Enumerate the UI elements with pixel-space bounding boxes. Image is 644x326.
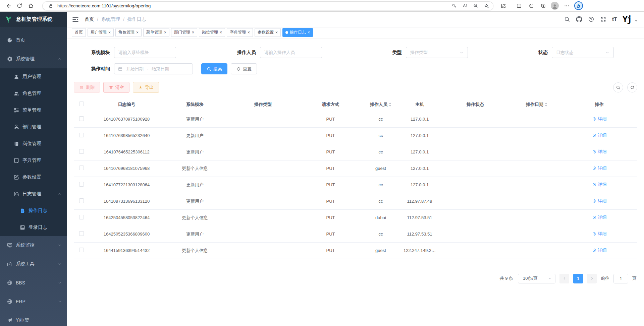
tab-dict-mgmt[interactable]: 字典管理× bbox=[227, 28, 253, 37]
tab-role-mgmt[interactable]: 角色管理× bbox=[115, 28, 142, 37]
text-size-icon[interactable]: tT bbox=[612, 16, 617, 23]
detail-link[interactable]: 详细 bbox=[592, 198, 607, 204]
row-checkbox[interactable] bbox=[79, 133, 84, 137]
row-checkbox[interactable] bbox=[79, 215, 84, 219]
operator-input[interactable]: 请输入操作人员 bbox=[260, 47, 322, 58]
back-icon[interactable] bbox=[3, 1, 13, 10]
search-button[interactable]: 搜索 bbox=[201, 63, 227, 74]
detail-link[interactable]: 详细 bbox=[592, 247, 607, 253]
refresh-table-button[interactable] bbox=[627, 82, 637, 92]
detail-link[interactable]: 详细 bbox=[592, 149, 607, 155]
close-icon[interactable]: × bbox=[164, 30, 166, 35]
sidebar-item-oper-log[interactable]: 操作日志 bbox=[0, 202, 67, 219]
sort-carets-icon[interactable] bbox=[545, 103, 547, 107]
row-checkbox[interactable] bbox=[79, 248, 84, 252]
reset-button[interactable]: 重置 bbox=[231, 63, 257, 74]
read-aloud-icon[interactable] bbox=[461, 2, 469, 10]
detail-link[interactable]: 详细 bbox=[592, 132, 607, 138]
search-icon[interactable] bbox=[564, 16, 570, 22]
tab-oper-log[interactable]: 操作日志× bbox=[282, 28, 313, 37]
row-checkbox[interactable] bbox=[79, 166, 84, 170]
delete-button[interactable]: 删除 bbox=[74, 82, 100, 93]
sidebar-item-dept-mgmt[interactable]: 部门管理 bbox=[0, 119, 67, 135]
detail-link[interactable]: 详细 bbox=[592, 165, 607, 171]
row-checkbox[interactable] bbox=[79, 231, 84, 236]
sidebar-item-home[interactable]: 首页 bbox=[0, 31, 67, 50]
close-icon[interactable]: × bbox=[108, 30, 111, 35]
toggle-search-button[interactable] bbox=[613, 82, 623, 92]
sidebar-item-yi-framework[interactable]: Yi框架 bbox=[0, 311, 67, 326]
sidebar-item-dict-mgmt[interactable]: 字典管理 bbox=[0, 152, 67, 169]
close-icon[interactable]: × bbox=[275, 30, 278, 35]
column-header-operator[interactable]: 操作人员 bbox=[361, 98, 401, 111]
more-menu-icon[interactable] bbox=[562, 1, 571, 10]
close-icon[interactable]: × bbox=[136, 30, 139, 35]
row-checkbox[interactable] bbox=[79, 149, 84, 154]
status-select[interactable]: 日志状态 bbox=[552, 47, 614, 58]
fullscreen-icon[interactable] bbox=[600, 16, 606, 22]
bing-chat-icon[interactable]: b bbox=[574, 1, 583, 10]
tab-post-mgmt[interactable]: 岗位管理× bbox=[199, 28, 225, 37]
date-range-input[interactable]: 开始日期 - 结束日期 bbox=[114, 63, 193, 74]
help-icon[interactable] bbox=[588, 16, 594, 22]
sidebar-item-login-log[interactable]: 登录日志 bbox=[0, 219, 67, 236]
detail-link[interactable]: 详细 bbox=[592, 182, 607, 188]
next-page-button[interactable] bbox=[587, 274, 597, 283]
sidebar-item-param-settings[interactable]: 参数设置 bbox=[0, 169, 67, 186]
sidebar-item-role-mgmt[interactable]: 角色管理 bbox=[0, 85, 67, 102]
goto-page-input[interactable] bbox=[613, 274, 628, 283]
detail-link[interactable]: 详细 bbox=[592, 231, 607, 237]
zoom-out-icon[interactable] bbox=[472, 2, 480, 10]
split-screen-icon[interactable] bbox=[515, 1, 523, 10]
select-all-checkbox[interactable] bbox=[79, 102, 84, 106]
tab-home[interactable]: 首页 bbox=[72, 28, 86, 37]
address-bar[interactable]: https://ccnetcore.com:1101/system/log/op… bbox=[42, 1, 493, 10]
export-button[interactable]: 导出 bbox=[133, 82, 159, 93]
sidebar-item-bbs[interactable]: BBS bbox=[0, 273, 67, 292]
tab-user-mgmt[interactable]: 用户管理× bbox=[88, 28, 114, 37]
user-logo[interactable]: Yj bbox=[623, 14, 631, 24]
detail-link[interactable]: 详细 bbox=[592, 116, 607, 122]
close-icon[interactable]: × bbox=[308, 30, 310, 35]
sidebar-item-post-mgmt[interactable]: 岗位管理 bbox=[0, 135, 67, 152]
password-key-icon[interactable] bbox=[450, 2, 458, 10]
breadcrumb-home[interactable]: 首页 bbox=[85, 16, 94, 22]
type-select[interactable]: 操作类型 bbox=[406, 47, 468, 58]
sidebar-item-system-tools[interactable]: 系统工具 bbox=[0, 255, 67, 273]
prev-page-button[interactable] bbox=[559, 274, 569, 283]
collections-icon[interactable] bbox=[539, 1, 547, 10]
clear-button[interactable]: 清空 bbox=[103, 82, 129, 93]
collapse-sidebar-icon[interactable] bbox=[72, 16, 79, 23]
profile-avatar[interactable] bbox=[551, 2, 559, 10]
module-input[interactable]: 请输入系统模块 bbox=[114, 47, 176, 58]
page-size-select[interactable]: 10条/页 bbox=[518, 274, 555, 283]
tab-param-settings[interactable]: 参数设置× bbox=[255, 28, 281, 37]
chevron-down-icon[interactable] bbox=[634, 19, 638, 23]
sidebar-item-system-mgmt[interactable]: 系统管理 bbox=[0, 50, 67, 68]
current-page-button[interactable]: 1 bbox=[573, 274, 583, 283]
sidebar-item-menu-mgmt[interactable]: 菜单管理 bbox=[0, 102, 67, 119]
sidebar-item-log-mgmt[interactable]: 日志管理 bbox=[0, 186, 67, 202]
github-icon[interactable] bbox=[576, 16, 582, 22]
app-logo[interactable]: 意框架管理系统 bbox=[0, 12, 67, 27]
detail-link[interactable]: 详细 bbox=[592, 214, 607, 220]
close-icon[interactable]: × bbox=[192, 30, 194, 35]
tab-menu-mgmt[interactable]: 菜单管理× bbox=[143, 28, 169, 37]
row-checkbox[interactable] bbox=[79, 198, 84, 203]
row-checkbox[interactable] bbox=[79, 182, 84, 187]
extensions-icon[interactable] bbox=[499, 1, 507, 10]
close-icon[interactable]: × bbox=[220, 30, 222, 35]
sidebar-item-system-monitor[interactable]: 系统监控 bbox=[0, 236, 67, 255]
refresh-icon[interactable] bbox=[15, 1, 24, 10]
column-header-date[interactable]: 操作日期 bbox=[512, 98, 561, 111]
sidebar-item-erp[interactable]: ERP bbox=[0, 292, 67, 311]
row-checkbox[interactable] bbox=[79, 116, 84, 121]
add-favorite-star-icon[interactable] bbox=[482, 2, 490, 10]
tab-dept-mgmt[interactable]: 部门管理× bbox=[171, 28, 197, 37]
sort-carets-icon[interactable] bbox=[389, 103, 391, 107]
home-icon[interactable] bbox=[26, 1, 36, 10]
close-icon[interactable]: × bbox=[248, 30, 250, 35]
cell-date bbox=[512, 226, 561, 242]
sidebar-item-user-mgmt[interactable]: 用户管理 bbox=[0, 68, 67, 85]
favorites-icon[interactable] bbox=[527, 1, 535, 10]
